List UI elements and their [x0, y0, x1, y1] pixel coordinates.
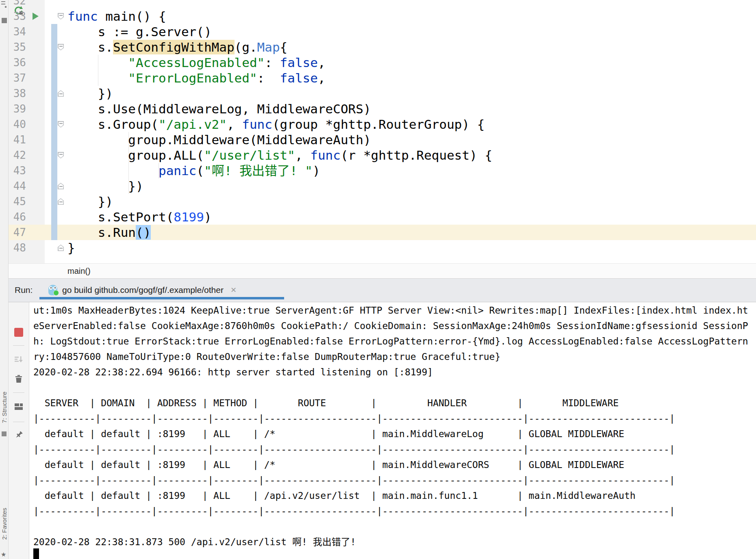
line-number: 37 — [8, 70, 26, 86]
code-line[interactable]: panic("啊! 我出错了! ") — [67, 163, 320, 178]
token-plain: : — [265, 55, 280, 70]
token-plain — [67, 71, 128, 85]
restore-layout-icon[interactable] — [13, 401, 24, 412]
editor-row: 43 panic("啊! 我出错了! ") — [8, 163, 756, 178]
clear-trash-icon[interactable] — [13, 374, 24, 384]
token-plain: s.Use(MiddlewareLog, MiddlewareCORS) — [67, 102, 371, 116]
token-plain: (g. — [235, 40, 257, 54]
code-line[interactable]: }) — [67, 194, 113, 209]
scroll-to-end-icon[interactable] — [13, 354, 24, 365]
pin-tab-icon[interactable] — [13, 430, 24, 440]
editor-row: 38 }) — [8, 86, 756, 101]
code-line[interactable]: s.Use(MiddlewareLog, MiddlewareCORS) — [67, 101, 371, 117]
console-caret — [33, 548, 39, 559]
breadcrumb: main() — [8, 263, 756, 279]
token-keyword: false — [280, 71, 318, 85]
editor-row: 40 s.Group("/api.v2", func(group *ghttp.… — [8, 117, 756, 132]
run-toolbar — [8, 302, 29, 559]
line-number: 39 — [8, 101, 26, 117]
fold-marker-icon[interactable] — [58, 183, 64, 189]
favorites-label: 2: Favorites — [1, 508, 8, 540]
token-plain: s. — [67, 40, 113, 54]
breadcrumb-item-main[interactable]: main() — [67, 264, 91, 278]
router-table-header: SERVER | DOMAIN | ADDRESS | METHOD | ROU… — [33, 395, 619, 411]
router-table-line: default | default | :8199 | ALL | /* | m… — [33, 426, 624, 442]
token-usage-highlight: SetConfigWithMap — [113, 40, 235, 54]
router-table-line: |----------|---------|---------|--------… — [33, 442, 675, 457]
token-plain: } — [67, 240, 75, 255]
toolbar-divider — [13, 422, 24, 422]
token-plain: group.Middleware(MiddlewareAuth) — [67, 132, 371, 147]
code-line[interactable]: "ErrorLogEnabled": false, — [67, 70, 326, 86]
code-line[interactable]: s.Run() — [67, 225, 151, 240]
code-line[interactable]: }) — [67, 86, 113, 101]
code-line[interactable]: s := g.Server() — [67, 24, 212, 39]
token-type: Map — [257, 40, 280, 54]
editor-row: 37 "ErrorLogEnabled": false, — [8, 70, 756, 86]
fold-marker-icon[interactable] — [58, 198, 64, 205]
stop-icon[interactable] — [14, 328, 23, 337]
line-number: 41 — [8, 132, 26, 147]
line-number: 40 — [8, 117, 26, 132]
token-plain: { — [280, 40, 288, 54]
code-line[interactable]: } — [67, 240, 75, 256]
token-plain: s := g.Server() — [67, 24, 212, 39]
console-output[interactable]: ut:1m0s MaxHeaderBytes:1024 KeepAlive:tr… — [30, 302, 756, 559]
line-number: 33 — [8, 9, 26, 24]
sidebar-item-favorites[interactable]: 2: Favorites — [0, 496, 8, 551]
token-plain: }) — [67, 194, 113, 209]
token-plain: s.Group( — [67, 117, 159, 132]
fold-marker-icon[interactable] — [58, 152, 64, 158]
code-line[interactable]: }) — [67, 178, 143, 194]
token-plain: , — [227, 117, 242, 132]
router-table-line: |----------|---------|---------|--------… — [33, 472, 675, 488]
token-plain: , — [295, 148, 310, 162]
editor-row: 48} — [8, 240, 756, 256]
fold-marker-icon[interactable] — [58, 44, 64, 50]
fold-marker-icon[interactable] — [58, 90, 64, 97]
editor-row: 32 — [8, 0, 756, 9]
token-number: 8199 — [174, 210, 204, 224]
token-keyword: func — [242, 117, 272, 132]
token-keyword: func — [310, 148, 341, 162]
line-number: 45 — [8, 194, 26, 209]
code-line[interactable]: group.Middleware(MiddlewareAuth) — [67, 132, 371, 147]
code-line[interactable]: s.SetPort(8199) — [67, 209, 212, 225]
line-number: 36 — [8, 55, 26, 70]
code-line[interactable]: func main() { — [67, 9, 166, 24]
console-line: ry:104857600 NameToUriType:0 RouteOverWr… — [33, 349, 500, 364]
go-gopher-run-icon — [48, 285, 59, 295]
token-plain: s.SetPort( — [67, 210, 174, 224]
fold-marker-icon[interactable] — [58, 13, 64, 20]
code-line[interactable]: s.Group("/api.v2", func(group *ghttp.Rou… — [67, 117, 485, 132]
line-number: 34 — [8, 24, 26, 39]
token-plain: group.ALL( — [67, 148, 204, 162]
line-number: 48 — [8, 240, 26, 256]
token-plain: s.Run — [67, 225, 136, 240]
sidebar-item-structure[interactable]: 7: Structure — [0, 384, 8, 431]
code-editor[interactable]: 3233func main() {34 s := g.Server()35 s.… — [8, 0, 756, 263]
code-line[interactable]: s.SetConfigWithMap(g.Map{ — [67, 39, 287, 55]
line-number: 44 — [8, 178, 26, 194]
line-number: 47 — [8, 225, 26, 240]
editor-row: 44 }) — [8, 178, 756, 194]
editor-row: 35 s.SetConfigWithMap(g.Map{ — [8, 39, 756, 55]
fold-marker-icon[interactable] — [58, 245, 64, 251]
active-tab-underline — [39, 297, 284, 299]
token-plain: ) — [204, 210, 212, 224]
code-line[interactable]: group.ALL("/user/list", func(r *ghttp.Re… — [67, 147, 492, 163]
editor-row: 47 s.Run() — [8, 225, 756, 240]
close-icon[interactable]: ✕ — [230, 286, 237, 295]
line-number: 46 — [8, 209, 26, 225]
editor-row: 45 }) — [8, 194, 756, 209]
code-line[interactable]: "AccessLogEnabled": false, — [67, 55, 326, 70]
router-table-line: default | default | :8199 | ALL | /* | m… — [33, 457, 624, 472]
line-number: 32 — [8, 0, 26, 9]
token-keyword: panic — [159, 163, 196, 178]
run-main-icon[interactable] — [33, 13, 39, 20]
toolbar-divider — [13, 345, 24, 346]
token-string: "AccessLogEnabled" — [128, 55, 265, 70]
console-line: ut:1m0s MaxHeaderBytes:1024 KeepAlive:tr… — [33, 303, 748, 318]
fold-marker-icon[interactable] — [58, 121, 64, 128]
router-table-line: |----------|---------|---------|--------… — [33, 411, 675, 426]
